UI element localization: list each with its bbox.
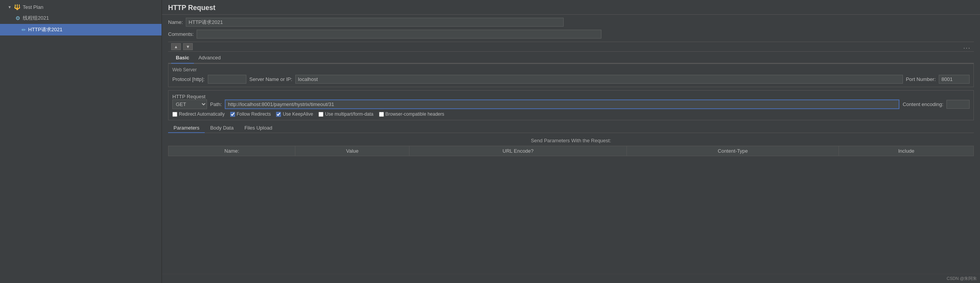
path-label: Path: bbox=[210, 101, 222, 107]
browser-compat-checkbox[interactable] bbox=[379, 112, 384, 117]
multipart-checkbox[interactable] bbox=[318, 112, 323, 117]
name-label: Name: bbox=[168, 19, 183, 25]
checkbox-keepalive[interactable]: Use KeepAlive bbox=[276, 111, 313, 117]
form-area: Name: Comments: ▲ ▼ ... Basic Advanced W… bbox=[162, 15, 980, 274]
params-table: Name: Value URL Encode? Content-Type Inc… bbox=[168, 146, 974, 156]
redirect-auto-checkbox[interactable] bbox=[172, 112, 177, 117]
toolbar-strip: ▲ ▼ ... bbox=[168, 42, 974, 52]
sub-tab-parameters[interactable]: Parameters bbox=[168, 123, 205, 133]
comments-row: Comments: bbox=[168, 30, 974, 39]
checkbox-multipart[interactable]: Use multipart/form-data bbox=[318, 111, 373, 117]
chevron-down-icon: ▼ bbox=[8, 5, 12, 9]
multipart-label: Use multipart/form-data bbox=[325, 111, 373, 117]
footer-text: CSDN @朱阿朱 bbox=[947, 276, 977, 281]
web-server-section: Web Server Protocol [http]: Server Name … bbox=[168, 64, 974, 87]
tab-advanced[interactable]: Advanced bbox=[194, 53, 226, 64]
comments-input[interactable] bbox=[197, 30, 601, 39]
col-content-type: Content-Type bbox=[627, 146, 839, 156]
sidebar-label-test-plan: Test Plan bbox=[23, 4, 43, 10]
keepalive-checkbox[interactable] bbox=[276, 112, 281, 117]
content-encoding-label: Content encoding: bbox=[903, 101, 943, 107]
footer: CSDN @朱阿朱 bbox=[162, 274, 980, 283]
pencil-icon: ✏ bbox=[22, 27, 26, 33]
http-request-section: HTTP Request GET POST PUT DELETE Path: C… bbox=[168, 90, 974, 120]
main-panel: HTTP Request Name: Comments: ▲ ▼ ... Bas… bbox=[162, 0, 980, 283]
more-options[interactable]: ... bbox=[963, 43, 971, 50]
sidebar-item-thread-group[interactable]: ⚙ 线程组2021 bbox=[0, 12, 162, 24]
sidebar: ▼ 🔱 Test Plan ⚙ 线程组2021 ✏ HTTP请求2021 bbox=[0, 0, 162, 283]
checkboxes-row: Redirect Automatically Follow Redirects … bbox=[172, 111, 970, 117]
redirect-auto-label: Redirect Automatically bbox=[179, 111, 225, 117]
col-include: Include bbox=[839, 146, 974, 156]
method-select[interactable]: GET POST PUT DELETE bbox=[172, 99, 207, 109]
server-label: Server Name or IP: bbox=[249, 76, 292, 82]
web-server-fields: Protocol [http]: Server Name or IP: Port… bbox=[172, 75, 970, 84]
port-input[interactable] bbox=[939, 75, 970, 84]
browser-compat-label: Browser-compatible headers bbox=[386, 111, 445, 117]
page-title: HTTP Request bbox=[168, 4, 974, 12]
checkbox-redirect-auto[interactable]: Redirect Automatically bbox=[172, 111, 225, 117]
follow-redirects-label: Follow Redirects bbox=[237, 111, 271, 117]
test-plan-icon: 🔱 bbox=[14, 4, 20, 10]
comments-label: Comments: bbox=[168, 31, 194, 37]
checkbox-follow-redirects[interactable]: Follow Redirects bbox=[230, 111, 271, 117]
col-urlencode: URL Encode? bbox=[409, 146, 627, 156]
path-input[interactable] bbox=[225, 99, 899, 109]
name-row: Name: bbox=[168, 18, 974, 27]
web-server-title: Web Server bbox=[172, 67, 970, 72]
gear-icon: ⚙ bbox=[15, 15, 20, 21]
tab-basic[interactable]: Basic bbox=[171, 53, 194, 64]
sidebar-item-test-plan[interactable]: ▼ 🔱 Test Plan bbox=[0, 2, 162, 12]
col-value: Value bbox=[295, 146, 409, 156]
http-request-fields: GET POST PUT DELETE Path: Content encodi… bbox=[172, 99, 970, 109]
send-params-label: Send Parameters With the Request: bbox=[168, 135, 974, 146]
title-bar: HTTP Request bbox=[162, 0, 980, 15]
keepalive-label: Use KeepAlive bbox=[283, 111, 313, 117]
server-input[interactable] bbox=[295, 75, 903, 84]
col-name: Name: bbox=[168, 146, 295, 156]
sidebar-item-http-request[interactable]: ✏ HTTP请求2021 bbox=[0, 24, 162, 35]
sub-tab-files-upload[interactable]: Files Upload bbox=[239, 123, 278, 133]
params-section: Send Parameters With the Request: Name: … bbox=[168, 135, 974, 156]
sidebar-label-thread-group: 线程组2021 bbox=[23, 15, 49, 22]
http-request-section-title: HTTP Request bbox=[172, 94, 970, 99]
checkbox-browser-compat[interactable]: Browser-compatible headers bbox=[379, 111, 445, 117]
down-button[interactable]: ▼ bbox=[183, 43, 193, 50]
sub-tabs-bar: Parameters Body Data Files Upload bbox=[168, 123, 974, 133]
name-input[interactable] bbox=[186, 18, 564, 27]
tabs-bar: Basic Advanced bbox=[168, 52, 974, 64]
protocol-label: Protocol [http]: bbox=[172, 76, 205, 82]
up-button[interactable]: ▲ bbox=[171, 43, 181, 50]
sub-tab-body-data[interactable]: Body Data bbox=[205, 123, 239, 133]
protocol-input[interactable] bbox=[208, 75, 246, 84]
follow-redirects-checkbox[interactable] bbox=[230, 112, 235, 117]
sidebar-label-http-request: HTTP请求2021 bbox=[28, 26, 62, 33]
port-label: Port Number: bbox=[906, 76, 936, 82]
content-encoding-input[interactable] bbox=[946, 100, 970, 109]
